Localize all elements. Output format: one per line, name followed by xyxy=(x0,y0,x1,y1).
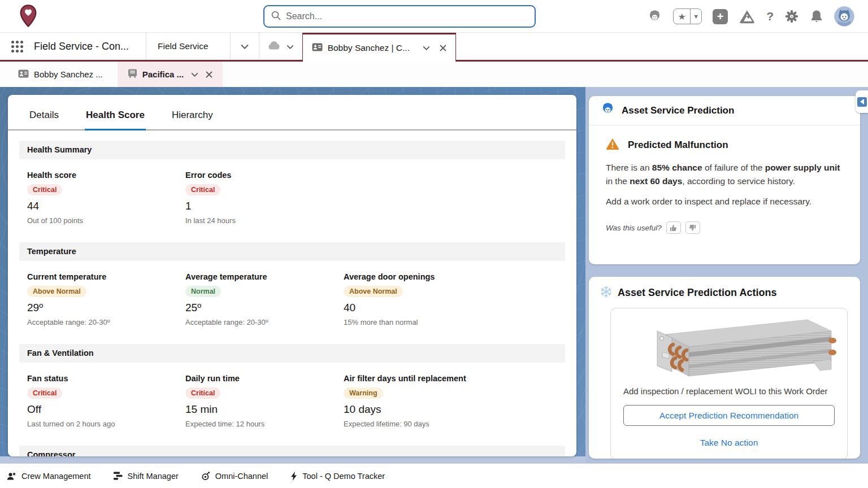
footer-items: Crew ManagementShift ManagerOmni-Channel… xyxy=(7,472,385,481)
section-title-fan-ventilation: Fan & Ventilation xyxy=(19,344,565,363)
app-launcher-waffle-icon[interactable] xyxy=(0,33,34,60)
footer-item-label: Omni-Channel xyxy=(215,472,268,481)
prediction-actions-card: Asset Service Prediction Actions xyxy=(589,277,860,459)
contact-card-icon xyxy=(18,69,29,80)
status-badge: Critical xyxy=(185,184,220,195)
prediction-text-segment: in the xyxy=(606,176,630,186)
lightning-bolt-icon xyxy=(290,472,297,481)
shift-manager-icon xyxy=(114,472,123,480)
prediction-secondary-text: Add a work order to inspect and replace … xyxy=(606,197,843,207)
metric-label: Average door openings xyxy=(344,272,493,281)
footer-item-shift-manager[interactable]: Shift Manager xyxy=(114,472,179,481)
global-search xyxy=(263,5,536,28)
subtab-bobby-sanchez[interactable]: Bobby Sanchez ... xyxy=(3,62,118,87)
metric-label: Health score xyxy=(27,171,176,180)
recommendation-box: Add inspection / replacement WOLI to thi… xyxy=(610,308,848,459)
section-fan-ventilation: Fan & VentilationFan statusCriticalOffLa… xyxy=(8,344,576,446)
favorites-caret-icon: ▼ xyxy=(690,9,701,24)
footer-item-tool-q-demo-tracker[interactable]: Tool - Q Demo Tracker xyxy=(290,472,385,481)
subtab-pacifica-active[interactable]: Pacifica ... xyxy=(118,62,223,87)
workspace-content: Details Health Score Hierarchy Health Su… xyxy=(0,87,868,463)
prediction-text-segment: 85% chance xyxy=(652,163,702,172)
app-name: Field Service - Con... xyxy=(34,33,146,60)
status-badge: Above Normal xyxy=(27,286,86,297)
footer-item-label: Tool - Q Demo Tracker xyxy=(302,472,385,481)
subtab-chevron-down-icon[interactable] xyxy=(191,72,198,77)
help-icon[interactable]: ? xyxy=(766,10,774,23)
einstein-blue-icon xyxy=(600,102,615,119)
user-avatar[interactable] xyxy=(834,6,854,27)
recommendation-description: Add inspection / replacement WOLI to thi… xyxy=(623,386,835,396)
metric-error-codes: Error codesCritical1In last 24 hours xyxy=(176,171,335,225)
accept-prediction-button[interactable]: Accept Prediction Recommendation xyxy=(623,405,835,426)
warning-triangle-icon xyxy=(606,138,619,152)
metric-label: Average temperature xyxy=(185,272,335,281)
tab-close-icon[interactable] xyxy=(440,45,446,51)
section-title-health-summary: Health Summary xyxy=(19,141,565,159)
footer-item-label: Crew Management xyxy=(21,472,91,481)
contact-card-icon xyxy=(312,43,323,54)
favorites-split-button[interactable]: ★ ▼ xyxy=(673,8,702,24)
global-actions-plus-icon[interactable]: + xyxy=(713,9,728,24)
salesforce-console: { "colors": { "brand_maroon": "#7a2732",… xyxy=(0,0,868,488)
nav-chat-tab[interactable] xyxy=(259,33,302,60)
metric-subtext: Acceptable range: 20-30º xyxy=(185,318,335,326)
metric-daily-run-time: Daily run timeCritical15 minExpected tim… xyxy=(176,374,335,428)
metric-value: 40 xyxy=(344,301,493,315)
metric-label: Fan status xyxy=(27,374,176,383)
tab-chevron-down-icon[interactable] xyxy=(423,46,430,50)
footer-item-omni-channel[interactable]: Omni-Channel xyxy=(201,472,268,481)
metric-health-score: Health scoreCritical44Out of 100 points xyxy=(18,171,176,225)
console-subtabs: Bobby Sanchez ... Pacifica ... xyxy=(0,62,868,87)
predicted-malfunction-title: Predicted Malfunction xyxy=(628,140,728,151)
section-health-summary: Health SummaryHealth scoreCritical44Out … xyxy=(8,141,576,242)
guidance-center-icon[interactable] xyxy=(739,8,756,24)
prediction-text-segment: of failure of the xyxy=(702,163,765,172)
metric-label: Daily run time xyxy=(185,374,335,383)
subtab-label: Bobby Sanchez ... xyxy=(34,69,103,79)
prediction-text-segment: , according to service history. xyxy=(682,176,795,186)
sections-host: Health SummaryHealth scoreCritical44Out … xyxy=(8,130,576,457)
section-title-compressor: Compressor xyxy=(19,446,565,457)
nav-tab-field-service[interactable]: Field Service xyxy=(146,33,230,60)
metric-subtext: Expected lifetime: 90 days xyxy=(344,420,493,428)
status-badge: Critical xyxy=(27,184,62,195)
metric-air-filter-days-until-replacement: Air filter days until replacementWarning… xyxy=(335,374,493,428)
metric-subtext: Last turned on 2 hours ago xyxy=(27,420,176,428)
subtab-close-icon[interactable] xyxy=(206,71,212,78)
prediction-text-segment: next 60 days xyxy=(630,176,682,186)
favorites-star-icon: ★ xyxy=(674,9,690,24)
prediction-body: There is an 85% chance of failure of the… xyxy=(606,161,843,188)
section-temperature: TemperatureCurrent temperatureAbove Norm… xyxy=(8,242,576,344)
asset-service-prediction-card: Asset Service Prediction Predicted Malfu… xyxy=(589,96,860,264)
notifications-bell-icon[interactable] xyxy=(810,9,823,24)
metric-value: 15 min xyxy=(185,403,335,416)
metric-fan-status: Fan statusCriticalOffLast turned on 2 ho… xyxy=(18,374,176,428)
tab-details[interactable]: Details xyxy=(29,110,59,130)
metric-label: Error codes xyxy=(185,171,335,180)
prediction-text-segment: power supply unit xyxy=(765,163,840,172)
metric-value: 1 xyxy=(185,199,335,213)
utility-bar: Crew ManagementShift ManagerOmni-Channel… xyxy=(0,463,868,488)
collapse-panel-button[interactable] xyxy=(856,90,868,113)
prediction-side-panel: Asset Service Prediction Predicted Malfu… xyxy=(585,87,868,463)
thumbs-down-button[interactable] xyxy=(685,221,700,234)
thumbs-up-button[interactable] xyxy=(666,221,681,234)
footer-item-label: Shift Manager xyxy=(128,472,179,481)
nav-tab-label: Bobby Sanchez | C... xyxy=(328,43,410,53)
metric-value: 44 xyxy=(27,199,176,213)
metric-value: 10 days xyxy=(344,403,493,416)
company-pin-heart-logo xyxy=(19,5,37,29)
tab-hierarchy[interactable]: Hierarchy xyxy=(172,110,213,130)
metric-label: Air filter days until replacement xyxy=(344,374,493,383)
footer-item-crew-management[interactable]: Crew Management xyxy=(7,472,91,481)
einstein-icon[interactable] xyxy=(647,9,662,24)
setup-gear-icon[interactable] xyxy=(784,9,799,24)
nav-tab-bobby-sanchez-active[interactable]: Bobby Sanchez | C... xyxy=(302,33,456,62)
metric-value: 25º xyxy=(185,301,335,315)
search-input[interactable] xyxy=(286,11,512,21)
nav-tab-dropdown-chevron-icon[interactable] xyxy=(231,33,259,60)
asset-health-card: Details Health Score Hierarchy Health Su… xyxy=(8,95,576,456)
take-no-action-link[interactable]: Take No action xyxy=(611,438,847,448)
tab-health-score[interactable]: Health Score xyxy=(85,110,146,130)
